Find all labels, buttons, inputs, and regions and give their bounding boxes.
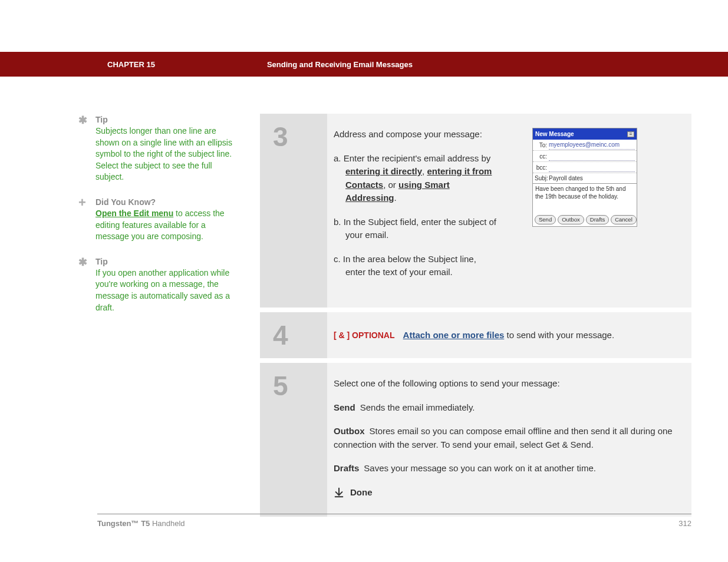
optional-tag: [ & ] OPTIONAL <box>334 330 394 340</box>
footer-product: Tungsten™ T5 Handheld <box>97 519 185 528</box>
send-term: Send <box>334 402 355 412</box>
product-suffix: Handheld <box>150 519 185 528</box>
step-body: Select one of the following options to s… <box>327 363 691 517</box>
sidebar-body: If you open another application while yo… <box>95 267 238 313</box>
chapter-label: CHAPTER 15 <box>107 60 155 69</box>
step-body: Address and compose your message: a. Ent… <box>327 114 691 308</box>
mock-bcc-row: bcc: <box>533 162 637 173</box>
main-panel: 3 Address and compose your message: a. E… <box>260 114 691 521</box>
step5-drafts: DraftsSaves your message so you can work… <box>334 462 680 475</box>
bcc-label: bcc: <box>535 163 549 172</box>
menu-icon: ≡ <box>627 131 634 137</box>
drafts-term: Drafts <box>334 463 359 473</box>
sidebar-label: Did You Know? <box>95 197 238 207</box>
step-number: 3 <box>273 121 327 153</box>
mock-body-text: Have been changed to the 5th and the 19t… <box>533 184 637 213</box>
step3-c: c. In the area below the Subject line, e… <box>334 253 499 279</box>
sidebar-tip-2: ✱ Tip If you open another application wh… <box>78 257 238 313</box>
asterisk-icon: ✱ <box>78 114 87 127</box>
to-value: myemployees@meinc.com <box>549 140 635 150</box>
sidebar-body: Open the Edit menu to access the editing… <box>95 208 238 243</box>
send-desc: Sends the email immediately. <box>360 402 475 412</box>
mock-subj-row: Subj: Payroll dates <box>533 173 637 184</box>
subj-value: Payroll dates <box>549 174 583 183</box>
step5-send: SendSends the email immediately. <box>334 401 680 415</box>
mock-drafts-button: Drafts <box>586 215 609 224</box>
mock-new-message-window: New Message ≡ To: myemployees@meinc.com … <box>532 128 637 227</box>
chapter-title: Sending and Receiving Email Messages <box>267 60 413 69</box>
mock-send-button: Send <box>535 215 556 224</box>
done-arrow-icon <box>334 487 344 498</box>
sidebar-tip-1: ✱ Tip Subjects longer than one line are … <box>78 115 238 183</box>
page-number: 312 <box>678 519 691 528</box>
to-label: To: <box>535 141 549 150</box>
step-3: 3 Address and compose your message: a. E… <box>260 114 691 308</box>
step-number-col: 4 <box>260 312 327 359</box>
outbox-desc: Stores email so you can compose email of… <box>334 426 673 449</box>
drafts-desc: Saves your message so you can work on it… <box>364 463 596 473</box>
chapter-header-band: CHAPTER 15 Sending and Receiving Email M… <box>0 52 728 77</box>
step3-a: a. Enter the recipient's email address b… <box>334 152 499 205</box>
outbox-term: Outbox <box>334 426 365 436</box>
edit-menu-link[interactable]: Open the Edit menu <box>95 209 173 218</box>
cc-value <box>549 151 635 161</box>
step5-intro: Select one of the following options to s… <box>334 377 680 391</box>
mock-to-row: To: myemployees@meinc.com <box>533 140 637 151</box>
cc-label: cc: <box>535 152 549 161</box>
mock-outbox-button: Outbox <box>558 215 584 224</box>
sep: , or <box>383 180 398 190</box>
step-body: [ & ] OPTIONAL Attach one or more files … <box>327 312 691 359</box>
step5-outbox: OutboxStores email so you can compose em… <box>334 425 680 451</box>
asterisk-icon: ✱ <box>78 256 87 269</box>
step-number: 5 <box>273 370 327 402</box>
bcc-value <box>549 163 635 172</box>
step-number: 4 <box>273 319 327 351</box>
step4-rest: to send with your message. <box>504 330 614 340</box>
sep: . <box>394 193 397 203</box>
sidebar: ✱ Tip Subjects longer than one line are … <box>78 115 238 328</box>
done-row: Done <box>334 486 680 500</box>
subj-label: Subj: <box>535 174 549 183</box>
plus-icon: + <box>78 195 86 210</box>
link-enter-directly[interactable]: entering it directly <box>345 166 422 176</box>
sidebar-dyk: + Did You Know? Open the Edit menu to ac… <box>78 197 238 243</box>
step-5: 5 Select one of the following options to… <box>260 363 691 517</box>
step3-a-prefix: a. Enter the recipient's email address b… <box>334 153 490 163</box>
step-number-col: 5 <box>260 363 327 517</box>
attach-files-link[interactable]: Attach one or more files <box>403 330 505 340</box>
mock-button-row: Send Outbox Drafts Cancel <box>533 213 637 226</box>
step3-b: b. In the Subject field, enter the subje… <box>334 216 499 242</box>
mock-title-text: New Message <box>535 130 574 138</box>
step-4: 4 [ & ] OPTIONAL Attach one or more file… <box>260 312 691 359</box>
sidebar-body: Subjects longer than one line are shown … <box>95 125 238 183</box>
footer: Tungsten™ T5 Handheld 312 <box>97 514 691 528</box>
done-label: Done <box>350 486 373 500</box>
step3-intro: Address and compose your message: <box>334 128 499 141</box>
sidebar-label: Tip <box>95 257 238 266</box>
sidebar-label: Tip <box>95 115 238 124</box>
mock-cc-row: cc: <box>533 151 637 162</box>
mock-cancel-button: Cancel <box>611 215 637 224</box>
step-number-col: 3 <box>260 114 327 308</box>
mock-title-bar: New Message ≡ <box>533 128 637 140</box>
product-name: Tungsten™ T5 <box>97 519 150 528</box>
